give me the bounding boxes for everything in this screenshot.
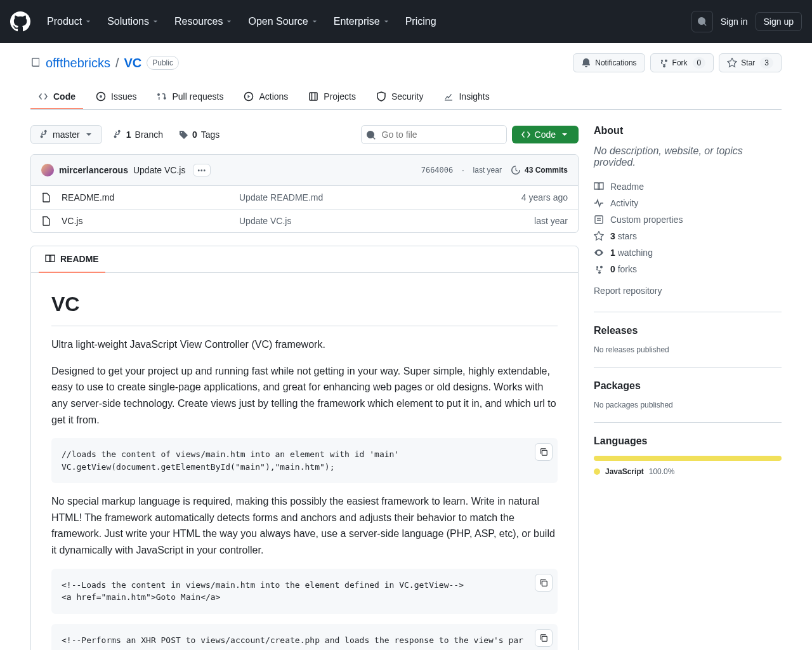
custom-properties-link[interactable]: Custom properties bbox=[594, 211, 782, 228]
commit-sha-link[interactable]: 7664006 bbox=[421, 166, 454, 175]
file-name-link[interactable]: README.md bbox=[62, 192, 239, 202]
tab-issues[interactable]: Issues bbox=[88, 85, 144, 109]
file-name-link[interactable]: VC.js bbox=[62, 216, 239, 226]
latest-commit-row: mircerlancerous Update VC.js ••• 7664006… bbox=[31, 155, 578, 186]
readme-paragraph: Ultra light-weight JavaScript View Contr… bbox=[51, 336, 558, 353]
readme-link[interactable]: Readme bbox=[594, 178, 782, 195]
file-row: README.md Update README.md 4 years ago bbox=[31, 186, 578, 209]
language-color-dot bbox=[594, 468, 600, 475]
language-item[interactable]: JavaScript 100.0% bbox=[594, 467, 782, 476]
tab-security[interactable]: Security bbox=[369, 85, 431, 109]
readme-tab[interactable]: README bbox=[39, 246, 105, 273]
file-commit-link[interactable]: Update README.md bbox=[239, 192, 492, 202]
repo-icon bbox=[30, 58, 41, 68]
tab-insights[interactable]: Insights bbox=[436, 85, 497, 109]
fork-button[interactable]: Fork0 bbox=[650, 53, 714, 72]
nav-item-pricing[interactable]: Pricing bbox=[399, 11, 443, 32]
search-icon bbox=[366, 130, 376, 140]
global-header: ProductSolutionsResourcesOpen SourceEnte… bbox=[0, 0, 812, 43]
pr-icon bbox=[157, 91, 167, 102]
file-date: 4 years ago bbox=[492, 192, 568, 202]
owner-link[interactable]: offthebricks bbox=[46, 56, 110, 70]
chevron-down-icon bbox=[152, 18, 159, 25]
avatar[interactable] bbox=[41, 164, 54, 176]
tab-pull-requests[interactable]: Pull requests bbox=[149, 85, 231, 109]
notifications-button[interactable]: Notifications bbox=[573, 53, 645, 72]
play-icon bbox=[244, 91, 254, 102]
copy-button[interactable] bbox=[535, 443, 553, 461]
search-button[interactable] bbox=[691, 11, 713, 32]
repo-name-link[interactable]: VC bbox=[124, 56, 141, 70]
code-block: //loads the content of views/main.htm in… bbox=[51, 438, 558, 483]
visibility-badge: Public bbox=[147, 56, 179, 70]
languages-heading: Languages bbox=[594, 435, 782, 447]
sign-in-link[interactable]: Sign in bbox=[721, 17, 748, 27]
branches-link[interactable]: 1Branch bbox=[107, 129, 168, 140]
report-link[interactable]: Report repository bbox=[594, 282, 782, 299]
path-separator: / bbox=[115, 56, 119, 70]
chevron-down-icon bbox=[84, 18, 92, 25]
nav-item-solutions[interactable]: Solutions bbox=[101, 11, 166, 32]
branch-select-button[interactable]: master bbox=[30, 125, 102, 144]
tab-code[interactable]: Code bbox=[30, 85, 83, 109]
fork-count: 0 bbox=[693, 57, 706, 69]
nav-item-resources[interactable]: Resources bbox=[168, 11, 239, 32]
sidebar: About No description, website, or topics… bbox=[594, 125, 782, 650]
star-button[interactable]: Star3 bbox=[719, 53, 782, 72]
copy-button[interactable] bbox=[535, 574, 553, 592]
code-block: <!--Performs an XHR POST to views/accoun… bbox=[51, 624, 558, 650]
stars-link[interactable]: 3 stars bbox=[594, 228, 782, 244]
file-icon bbox=[41, 216, 51, 226]
releases-heading[interactable]: Releases bbox=[594, 325, 782, 336]
releases-empty: No releases published bbox=[594, 345, 782, 354]
chevron-down-icon bbox=[225, 18, 233, 25]
tab-projects[interactable]: Projects bbox=[301, 85, 363, 109]
github-logo-icon[interactable] bbox=[10, 11, 30, 32]
chevron-down-icon bbox=[560, 129, 570, 140]
file-listing: mircerlancerous Update VC.js ••• 7664006… bbox=[30, 154, 579, 233]
project-icon bbox=[308, 91, 318, 102]
chevron-down-icon bbox=[383, 18, 390, 25]
readme-paragraph: Designed to get your project up and runn… bbox=[51, 363, 558, 428]
nav-item-enterprise[interactable]: Enterprise bbox=[327, 11, 396, 32]
repo-tabs: CodeIssuesPull requestsActionsProjectsSe… bbox=[30, 85, 782, 110]
chevron-down-icon bbox=[311, 18, 318, 25]
activity-link[interactable]: Activity bbox=[594, 195, 782, 211]
code-icon bbox=[38, 91, 48, 102]
commit-time: last year bbox=[473, 166, 502, 175]
readme-paragraph: No special markup language is required, … bbox=[51, 493, 558, 558]
file-date: last year bbox=[492, 216, 568, 226]
tab-actions[interactable]: Actions bbox=[236, 85, 296, 109]
global-nav: ProductSolutionsResourcesOpen SourceEnte… bbox=[41, 11, 691, 32]
code-toolbar: master 1Branch 0Tags Code bbox=[30, 125, 579, 144]
commit-expand-button[interactable]: ••• bbox=[193, 164, 211, 176]
commit-message-link[interactable]: Update VC.js bbox=[133, 165, 185, 175]
nav-item-open-source[interactable]: Open Source bbox=[242, 11, 324, 32]
forks-link[interactable]: 0 forks bbox=[594, 261, 782, 277]
issues-icon bbox=[96, 91, 106, 102]
code-download-button[interactable]: Code bbox=[512, 126, 579, 143]
file-search bbox=[361, 125, 507, 144]
watching-link[interactable]: 1 watching bbox=[594, 244, 782, 261]
readme-title: VC bbox=[51, 288, 558, 326]
repo-header: offthebricks / VC Public Notifications F… bbox=[30, 43, 782, 77]
packages-heading[interactable]: Packages bbox=[594, 380, 782, 392]
graph-icon bbox=[443, 91, 454, 102]
file-commit-link[interactable]: Update VC.js bbox=[239, 216, 492, 226]
chevron-down-icon bbox=[84, 129, 94, 140]
shield-icon bbox=[376, 91, 386, 102]
packages-empty: No packages published bbox=[594, 401, 782, 409]
sign-up-button[interactable]: Sign up bbox=[756, 12, 802, 31]
commit-author-link[interactable]: mircerlancerous bbox=[59, 165, 128, 175]
nav-item-product[interactable]: Product bbox=[41, 11, 98, 32]
about-description: No description, website, or topics provi… bbox=[594, 145, 782, 168]
code-block: <!--Loads the content in views/main.htm … bbox=[51, 569, 558, 614]
about-heading: About bbox=[594, 125, 782, 136]
copy-button[interactable] bbox=[535, 629, 553, 647]
file-search-input[interactable] bbox=[361, 125, 507, 144]
readme-container: README VC Ultra light-weight JavaScript … bbox=[30, 246, 579, 650]
tags-link[interactable]: 0Tags bbox=[173, 129, 225, 140]
commits-link[interactable]: 43 Commits bbox=[511, 165, 568, 175]
language-bar bbox=[594, 456, 782, 461]
file-row: VC.js Update VC.js last year bbox=[31, 209, 578, 232]
